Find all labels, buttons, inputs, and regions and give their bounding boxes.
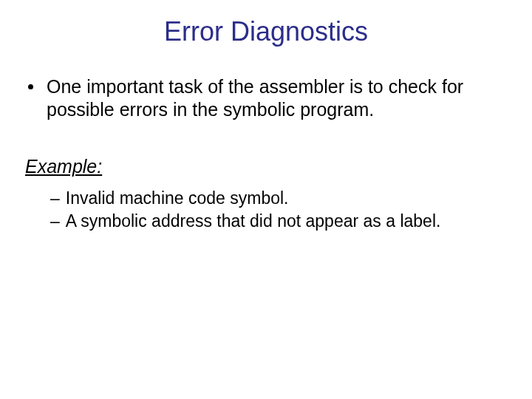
slide-body: One important task of the assembler is t… [0,75,532,232]
slide: Error Diagnostics One important task of … [0,16,532,399]
bullet-dot-icon [28,84,33,89]
dash-icon: – [50,188,60,209]
bullet-text: One important task of the assembler is t… [47,75,510,120]
bullet-item: One important task of the assembler is t… [22,75,510,120]
slide-title: Error Diagnostics [0,16,532,47]
list-item: – A symbolic address that did not appear… [50,211,510,232]
dash-list: – Invalid machine code symbol. – A symbo… [50,188,510,232]
list-item-text: Invalid machine code symbol. [66,188,289,209]
dash-icon: – [50,211,60,232]
list-item: – Invalid machine code symbol. [50,188,510,209]
example-heading: Example: [25,156,510,177]
list-item-text: A symbolic address that did not appear a… [66,211,441,232]
